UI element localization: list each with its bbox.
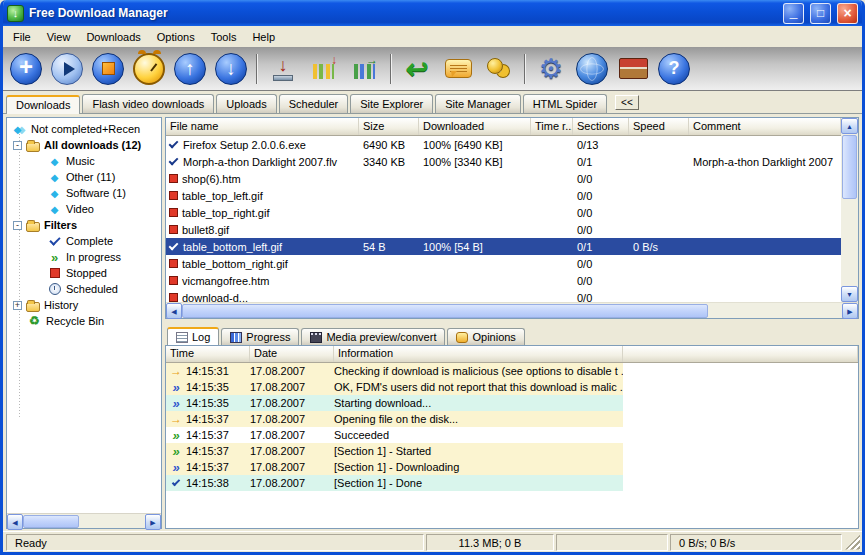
sidebar-item-recycle-bin[interactable]: Recycle Bin xyxy=(7,313,161,329)
table-row[interactable]: shop(6).htm 0/0 xyxy=(166,170,841,187)
table-row[interactable]: table_top_right.gif 0/0 xyxy=(166,204,841,221)
table-row[interactable]: bullet8.gif 0/0 xyxy=(166,221,841,238)
table-row[interactable]: table_bottom_right.gif 0/0 xyxy=(166,255,841,272)
tab-site-manager[interactable]: Site Manager xyxy=(435,94,520,113)
stop-download-button[interactable] xyxy=(89,50,127,88)
traffic-usage-button[interactable] xyxy=(346,50,384,88)
sidebar-item-history[interactable]: + History xyxy=(7,297,161,313)
tab-downloads[interactable]: Downloads xyxy=(6,95,80,114)
tab-flash-video-downloads[interactable]: Flash video downloads xyxy=(82,94,214,113)
log-column-information[interactable]: Information xyxy=(334,346,623,362)
log-row[interactable]: 14:15:37 17.08.2007 [Section 1] - Downlo… xyxy=(166,459,623,475)
sidebar-item-scheduled[interactable]: Scheduled xyxy=(7,281,161,297)
sidebar-item-music[interactable]: Music xyxy=(7,153,161,169)
tab-opinions[interactable]: Opinions xyxy=(447,328,524,345)
collapse-expander[interactable]: - xyxy=(13,221,22,230)
column-header-speed[interactable]: Speed xyxy=(629,118,689,135)
file-name: bullet8.gif xyxy=(182,224,229,236)
scroll-right-button[interactable]: ▶ xyxy=(842,303,858,319)
table-row[interactable]: Morph-a-thon Darklight 2007.flv 3340 KB … xyxy=(166,153,841,170)
collapse-expander[interactable]: - xyxy=(13,141,22,150)
scrollbar-track[interactable] xyxy=(79,514,145,528)
table-horizontal-scrollbar[interactable]: ◀ ▶ xyxy=(166,302,858,318)
log-row[interactable]: 14:15:37 17.08.2007 Opening file on the … xyxy=(166,411,623,427)
sidebar-item-stopped[interactable]: Stopped xyxy=(7,265,161,281)
scheduler-button[interactable] xyxy=(130,50,168,88)
points-button[interactable] xyxy=(480,50,518,88)
scroll-left-button[interactable]: ◀ xyxy=(7,514,23,530)
scroll-down-button[interactable]: ▼ xyxy=(841,286,858,302)
column-header-size[interactable]: Size xyxy=(359,118,419,135)
menu-downloads[interactable]: Downloads xyxy=(78,28,148,46)
move-up-button[interactable] xyxy=(171,50,209,88)
menu-help[interactable]: Help xyxy=(244,28,283,46)
scroll-up-button[interactable]: ▲ xyxy=(841,118,858,134)
resize-grip[interactable] xyxy=(845,535,860,550)
sidebar-item-in-progress[interactable]: In progress xyxy=(7,249,161,265)
scrollbar-thumb[interactable] xyxy=(842,135,857,199)
back-button[interactable] xyxy=(398,50,436,88)
tab-html-spider[interactable]: HTML Spider xyxy=(523,94,607,113)
tab-progress[interactable]: Progress xyxy=(221,328,299,345)
sidebar-horizontal-scrollbar[interactable]: ◀ ▶ xyxy=(7,513,161,528)
log-row[interactable]: 14:15:31 17.08.2007 Checking if download… xyxy=(166,363,623,379)
settings-button[interactable] xyxy=(532,50,570,88)
column-header-comment[interactable]: Comment xyxy=(689,118,841,135)
scroll-right-button[interactable]: ▶ xyxy=(145,514,161,530)
menu-tools[interactable]: Tools xyxy=(203,28,245,46)
log-row[interactable]: 14:15:38 17.08.2007 [Section 1] - Done xyxy=(166,475,623,491)
sidebar-item-video[interactable]: Video xyxy=(7,201,161,217)
table-row-selected[interactable]: table_bottom_left.gif 54 B 100% [54 B] 0… xyxy=(166,238,841,255)
menu-options[interactable]: Options xyxy=(149,28,203,46)
speed-limit-button[interactable] xyxy=(305,50,343,88)
sidebar-item-filters[interactable]: - Filters xyxy=(7,217,161,233)
tab-log[interactable]: Log xyxy=(167,327,219,346)
tab-uploads[interactable]: Uploads xyxy=(216,94,276,113)
add-download-button[interactable] xyxy=(7,50,45,88)
log-row[interactable]: 14:15:37 17.08.2007 [Section 1] - Starte… xyxy=(166,443,623,459)
log-column-date[interactable]: Date xyxy=(250,346,334,362)
move-down-button[interactable] xyxy=(212,50,250,88)
column-header-file-name[interactable]: File name xyxy=(166,118,359,135)
table-vertical-scrollbar[interactable]: ▲ ▼ xyxy=(841,118,858,302)
remote-control-button[interactable] xyxy=(573,50,611,88)
tab-site-explorer[interactable]: Site Explorer xyxy=(350,94,433,113)
maximize-button[interactable] xyxy=(810,3,831,24)
log-row[interactable]: 14:15:35 17.08.2007 Starting download... xyxy=(166,395,623,411)
help-button[interactable] xyxy=(655,50,693,88)
scrollbar-track[interactable] xyxy=(708,303,842,318)
sidebar-item-not-completed[interactable]: Not completed+Recen xyxy=(7,121,161,137)
log-row[interactable]: 14:15:35 17.08.2007 OK, FDM's users did … xyxy=(166,379,623,395)
table-row[interactable]: table_top_left.gif 0/0 xyxy=(166,187,841,204)
tutorial-button[interactable] xyxy=(614,50,652,88)
coins-icon xyxy=(483,53,515,85)
feedback-button[interactable] xyxy=(439,50,477,88)
scroll-left-button[interactable]: ◀ xyxy=(166,303,182,319)
tab-scheduler[interactable]: Scheduler xyxy=(279,94,349,113)
column-header-time-remaining[interactable]: Time r... xyxy=(531,118,573,135)
minimize-button[interactable] xyxy=(783,3,804,24)
expand-expander[interactable]: + xyxy=(13,301,22,310)
table-row[interactable]: download-d... 0/0 xyxy=(166,289,841,302)
table-row[interactable]: Firefox Setup 2.0.0.6.exe 6490 KB 100% [… xyxy=(166,136,841,153)
column-header-sections[interactable]: Sections xyxy=(573,118,629,135)
menu-file[interactable]: File xyxy=(5,28,39,46)
log-info: Starting download... xyxy=(334,397,623,409)
start-download-button[interactable] xyxy=(48,50,86,88)
scrollbar-thumb[interactable] xyxy=(23,515,79,528)
sidebar-item-all-downloads[interactable]: - All downloads (12) xyxy=(7,137,161,153)
log-column-time[interactable]: Time xyxy=(166,346,250,362)
sidebar-item-software[interactable]: Software (1) xyxy=(7,185,161,201)
collapse-tabs-button[interactable]: << xyxy=(615,95,639,110)
sidebar-item-complete[interactable]: Complete xyxy=(7,233,161,249)
table-row[interactable]: vicmangofree.htm 0/0 xyxy=(166,272,841,289)
sidebar-item-other[interactable]: Other (11) xyxy=(7,169,161,185)
tab-media-preview[interactable]: Media preview/convert xyxy=(301,328,445,345)
log-row[interactable]: 14:15:37 17.08.2007 Succeeded xyxy=(166,427,623,443)
sidebar-item-label: All downloads (12) xyxy=(44,139,141,151)
close-button[interactable] xyxy=(837,3,858,24)
menu-view[interactable]: View xyxy=(39,28,79,46)
drop-box-button[interactable] xyxy=(264,50,302,88)
column-header-downloaded[interactable]: Downloaded xyxy=(419,118,531,135)
scrollbar-thumb[interactable] xyxy=(182,304,708,318)
